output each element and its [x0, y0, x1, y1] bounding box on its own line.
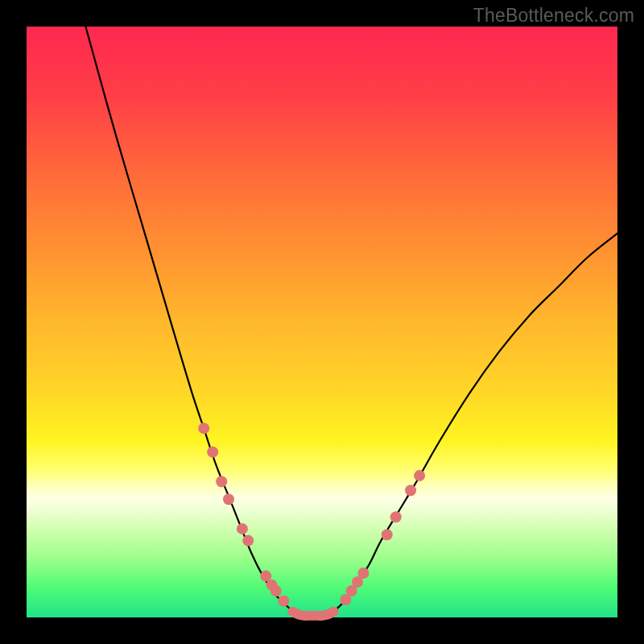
- data-point: [414, 470, 425, 481]
- data-point: [198, 423, 209, 434]
- chart-svg: [27, 27, 617, 617]
- data-point: [382, 529, 393, 540]
- series-left-branch: [85, 27, 292, 612]
- series-right-branch: [334, 233, 617, 612]
- data-point: [242, 535, 254, 547]
- watermark-text: TheBottleneck.com: [473, 5, 634, 27]
- data-point: [216, 476, 227, 487]
- data-point: [270, 585, 282, 597]
- data-point: [405, 485, 416, 496]
- data-point: [237, 523, 248, 535]
- plot-area: [27, 27, 617, 617]
- data-point: [207, 446, 218, 457]
- data-point: [278, 595, 289, 606]
- chart-frame: TheBottleneck.com: [0, 0, 644, 644]
- series-valley-flat: [292, 612, 333, 616]
- data-point: [357, 568, 369, 579]
- data-point: [390, 511, 402, 522]
- data-point: [223, 493, 234, 505]
